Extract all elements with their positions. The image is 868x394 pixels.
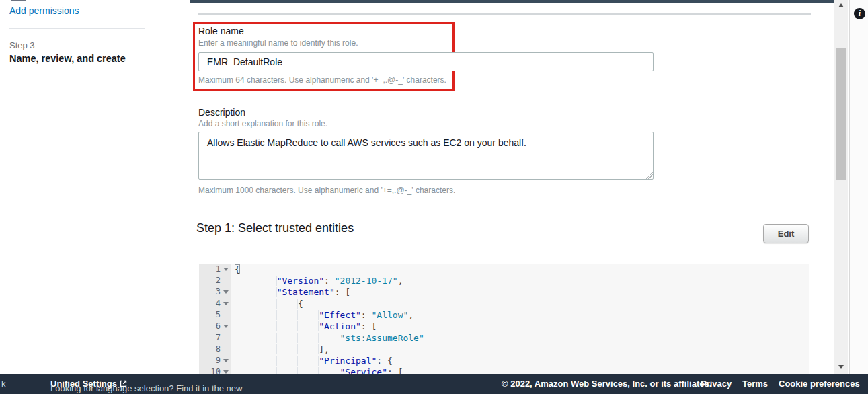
code-line: 8 ], [199, 344, 809, 355]
copyright-text: © 2022, Amazon Web Services, Inc. or its… [502, 379, 711, 389]
section-divider [198, 13, 811, 15]
clipped-header-strip [190, 0, 836, 3]
description-hint: Add a short explanation for this role. [198, 119, 327, 128]
line-number: 9 [216, 355, 221, 366]
fold-arrow-icon[interactable] [223, 302, 229, 305]
trust-policy-editor[interactable]: 1{2 "Version": "2012-10-17",3 "Statement… [199, 264, 809, 374]
scroll-up-arrow-icon[interactable] [834, 0, 848, 11]
line-number: 1 [216, 264, 221, 275]
edit-button[interactable]: Edit [763, 224, 809, 243]
fold-arrow-icon[interactable] [223, 359, 229, 362]
code-line: 9 "Principal": { [199, 355, 809, 366]
code-editor-lines: 1{2 "Version": "2012-10-17",3 "Statement… [199, 264, 809, 374]
scroll-down-arrow-icon[interactable] [834, 362, 848, 372]
role-name-input[interactable] [198, 52, 654, 71]
line-number: 6 [216, 321, 221, 332]
sidebar-divider [9, 28, 145, 29]
help-panel-rail [849, 0, 868, 374]
code-line: 2 "Version": "2012-10-17", [199, 275, 809, 286]
language-settings-note: Looking for language selection? Find it … [50, 379, 128, 389]
fold-arrow-icon[interactable] [223, 268, 229, 271]
info-icon[interactable]: i [854, 8, 865, 19]
description-label: Description [198, 107, 245, 118]
scrollbar-thumb[interactable] [836, 48, 846, 180]
line-number: 8 [216, 344, 221, 355]
cookie-preferences-link[interactable]: Cookie preferences [779, 379, 860, 389]
line-number: 5 [216, 309, 221, 321]
sidebar-item-name-review-create[interactable]: Name, review, and create [9, 53, 126, 64]
console-footer: k Looking for language selection? Find i… [0, 374, 868, 394]
role-name-hint: Enter a meaningful name to identify this… [198, 38, 358, 48]
description-textarea[interactable]: Allows Elastic MapReduce to call AWS ser… [198, 132, 654, 180]
privacy-link[interactable]: Privacy [701, 379, 732, 389]
code-line: 7 "sts:AssumeRole" [199, 332, 809, 344]
clipped-step-divider [11, 0, 26, 1]
line-number: 10 [211, 366, 221, 374]
sidebar-item-add-permissions[interactable]: Add permissions [9, 5, 79, 16]
code-line: 3 "Statement": [ [199, 286, 809, 298]
code-line: 5 "Effect": "Allow", [199, 309, 809, 321]
role-name-constraint: Maximum 64 characters. Use alphanumeric … [198, 75, 446, 85]
line-number: 7 [216, 332, 221, 344]
line-number: 3 [216, 286, 221, 298]
feedback-link-clipped[interactable]: k [1, 379, 6, 389]
terms-link[interactable]: Terms [742, 379, 768, 389]
vertical-scrollbar[interactable] [834, 0, 848, 374]
code-line: 4 { [199, 298, 809, 309]
code-line: 10 "Service": [ [199, 366, 809, 374]
trusted-entities-heading: Step 1: Select trusted entities [196, 221, 354, 235]
resize-grip-icon[interactable] [645, 171, 653, 179]
code-line: 1{ [199, 264, 809, 275]
fold-arrow-icon[interactable] [223, 290, 229, 294]
role-name-label: Role name [198, 26, 244, 36]
line-number: 4 [216, 298, 221, 309]
fold-arrow-icon[interactable] [223, 325, 229, 328]
description-constraint: Maximum 1000 characters. Use alphanumeri… [198, 186, 455, 195]
line-number: 2 [216, 275, 221, 286]
code-line: 6 "Action": [ [199, 321, 809, 332]
iam-create-role-page: Add permissions Step 3 Name, review, and… [0, 0, 868, 394]
language-settings-text: Looking for language selection? Find it … [50, 383, 242, 393]
step-number-label: Step 3 [9, 40, 35, 50]
